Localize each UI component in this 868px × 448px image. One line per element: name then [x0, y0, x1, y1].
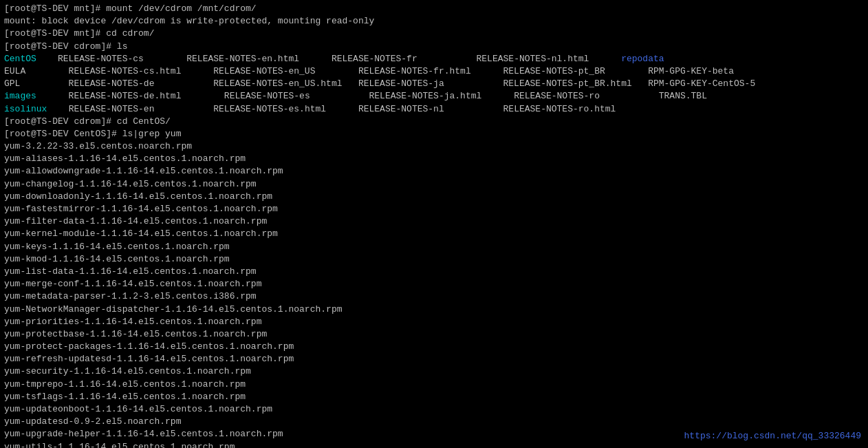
terminal-line: isolinux RELEASE-NOTES-en RELEASE-NOTES-…: [4, 103, 864, 116]
terminal-line: yum-refresh-updatesd-1.1.16-14.el5.cento…: [4, 353, 864, 365]
terminal-line: yum-tsflags-1.1.16-14.el5.centos.1.noarc…: [4, 391, 864, 403]
terminal-line: yum-3.2.22-33.el5.centos.noarch.rpm: [4, 140, 864, 153]
terminal-line: images RELEASE-NOTES-de.html RELEASE-NOT…: [4, 90, 864, 103]
terminal-line: yum-NetworkManager-dispatcher-1.1.16-14.…: [4, 303, 864, 316]
terminal-line: mount: block device /dev/cdrom is write-…: [4, 15, 864, 28]
terminal-line: yum-protect-packages-1.1.16-14.el5.cento…: [4, 341, 864, 353]
terminal-line: yum-security-1.1.16-14.el5.centos.1.noar…: [4, 365, 864, 378]
terminal-line: [root@TS-DEV cdrom]# cd CentOS/: [4, 116, 864, 128]
terminal-line: [root@TS-DEV mnt]# mount /dev/cdrom /mnt…: [4, 3, 864, 15]
terminal-line: yum-keys-1.1.16-14.el5.centos.1.noarch.r…: [4, 241, 864, 253]
terminal-line: GPL RELEASE-NOTES-de RELEASE-NOTES-en_US…: [4, 78, 864, 90]
terminal-line: yum-updateonboot-1.1.16-14.el5.centos.1.…: [4, 403, 864, 416]
terminal-line: yum-kmod-1.1.16-14.el5.centos.1.noarch.r…: [4, 253, 864, 266]
terminal-line: yum-list-data-1.1.16-14.el5.centos.1.noa…: [4, 266, 864, 278]
terminal-line: yum-kernel-module-1.1.16-14.el5.centos.1…: [4, 228, 864, 240]
terminal-line: yum-downloadonly-1.1.16-14.el5.centos.1.…: [4, 191, 864, 203]
terminal-line: yum-priorities-1.1.16-14.el5.centos.1.no…: [4, 316, 864, 328]
terminal-line: yum-protectbase-1.1.16-14.el5.centos.1.n…: [4, 328, 864, 341]
watermark-link: https://blog.csdn.net/qq_33326449: [684, 430, 861, 442]
terminal-line: yum-aliases-1.1.16-14.el5.centos.1.noarc…: [4, 153, 864, 165]
terminal-line: EULA RELEASE-NOTES-cs.html RELEASE-NOTES…: [4, 65, 864, 78]
terminal-line: yum-filter-data-1.1.16-14.el5.centos.1.n…: [4, 215, 864, 228]
terminal-line: yum-fastestmirror-1.1.16-14.el5.centos.1…: [4, 203, 864, 215]
terminal-line: yum-metadata-parser-1.1.2-3.el5.centos.i…: [4, 290, 864, 303]
terminal-line: [root@TS-DEV cdrom]# ls: [4, 41, 864, 53]
terminal-line: yum-allowdowngrade-1.1.16-14.el5.centos.…: [4, 165, 864, 178]
terminal-line: yum-tmprepo-1.1.16-14.el5.centos.1.noarc…: [4, 378, 864, 391]
terminal-line: yum-merge-conf-1.1.16-14.el5.centos.1.no…: [4, 278, 864, 290]
terminal[interactable]: [root@TS-DEV mnt]# mount /dev/cdrom /mnt…: [0, 0, 868, 448]
terminal-line: [root@TS-DEV CentOS]# ls|grep yum: [4, 128, 864, 140]
terminal-line: CentOS RELEASE-NOTES-cs RELEASE-NOTES-en…: [4, 53, 864, 65]
terminal-line: yum-updatesd-0.9-2.el5.noarch.rpm: [4, 416, 864, 428]
terminal-line: [root@TS-DEV mnt]# cd cdrom/: [4, 28, 864, 40]
terminal-line: yum-changelog-1.1.16-14.el5.centos.1.noa…: [4, 178, 864, 191]
